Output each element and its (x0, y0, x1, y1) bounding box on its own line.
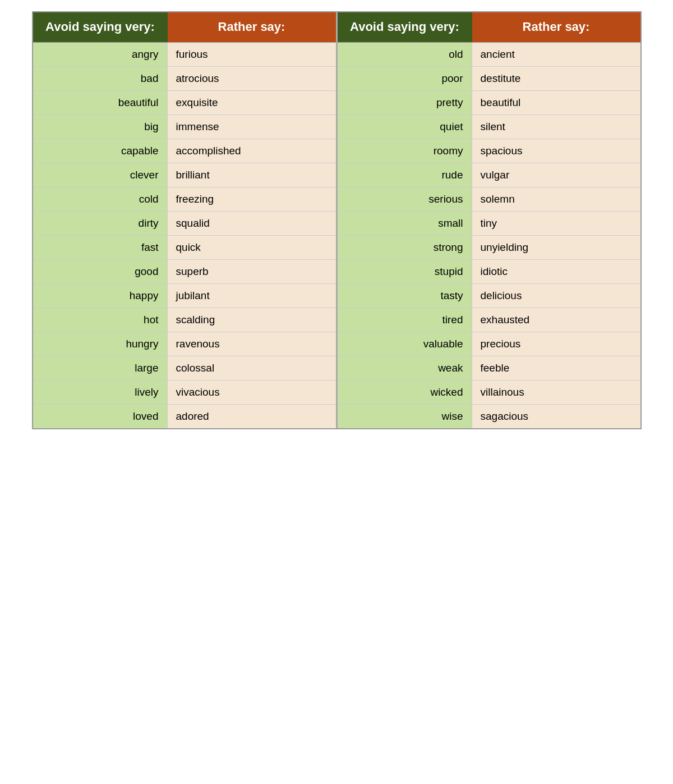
table-row: weak feeble (338, 356, 640, 380)
table-row: happy jubilant (33, 284, 336, 308)
rather-cell: idiotic (472, 260, 640, 283)
table-row: serious solemn (338, 187, 640, 212)
avoid-cell: wicked (338, 380, 472, 404)
rather-cell: atrocious (168, 67, 336, 90)
rather-cell: ravenous (168, 332, 336, 356)
right-header-rather: Rather say: (472, 12, 640, 43)
table-row: bad atrocious (33, 67, 336, 91)
avoid-cell: poor (338, 67, 472, 90)
avoid-cell: rude (338, 163, 472, 187)
avoid-cell: clever (33, 163, 168, 187)
avoid-cell: capable (33, 139, 168, 163)
rather-cell: exhausted (472, 308, 640, 332)
rather-cell: colossal (168, 356, 336, 380)
rather-cell: brilliant (168, 163, 336, 187)
right-table: Avoid saying very: Rather say: old ancie… (338, 12, 640, 428)
avoid-cell: serious (338, 187, 472, 211)
avoid-cell: fast (33, 236, 168, 259)
avoid-cell: beautiful (33, 91, 168, 114)
rather-cell: jubilant (168, 284, 336, 308)
left-header-rather: Rather say: (168, 12, 336, 43)
avoid-cell: dirty (33, 212, 168, 235)
avoid-cell: roomy (338, 139, 472, 163)
rather-cell: adored (168, 405, 336, 428)
rather-cell: accomplished (168, 139, 336, 163)
avoid-cell: stupid (338, 260, 472, 283)
rather-cell: destitute (472, 67, 640, 90)
avoid-cell: wise (338, 405, 472, 428)
table-row: capable accomplished (33, 139, 336, 163)
avoid-cell: old (338, 43, 472, 66)
avoid-cell: tired (338, 308, 472, 332)
avoid-cell: weak (338, 356, 472, 380)
rather-cell: furious (168, 43, 336, 66)
left-table: Avoid saying very: Rather say: angry fur… (33, 12, 338, 428)
rather-cell: villainous (472, 380, 640, 404)
table-row: lively vivacious (33, 380, 336, 405)
avoid-cell: lively (33, 380, 168, 404)
rather-cell: superb (168, 260, 336, 283)
rather-cell: beautiful (472, 91, 640, 114)
avoid-cell: good (33, 260, 168, 283)
rather-cell: tiny (472, 212, 640, 235)
avoid-cell: happy (33, 284, 168, 308)
rather-cell: exquisite (168, 91, 336, 114)
avoid-cell: hot (33, 308, 168, 332)
avoid-cell: bad (33, 67, 168, 90)
rather-cell: freezing (168, 187, 336, 211)
table-row: loved adored (33, 405, 336, 428)
rather-cell: squalid (168, 212, 336, 235)
table-row: hot scalding (33, 308, 336, 332)
left-header-avoid: Avoid saying very: (33, 12, 168, 43)
table-row: roomy spacious (338, 139, 640, 163)
table-row: fast quick (33, 236, 336, 260)
table-row: quiet silent (338, 115, 640, 139)
avoid-cell: angry (33, 43, 168, 66)
table-row: stupid idiotic (338, 260, 640, 284)
table-row: old ancient (338, 43, 640, 67)
table-row: angry furious (33, 43, 336, 67)
table-row: large colossal (33, 356, 336, 380)
tables-wrapper: Avoid saying very: Rather say: angry fur… (32, 11, 642, 429)
rather-cell: unyielding (472, 236, 640, 259)
table-row: valuable precious (338, 332, 640, 356)
right-header-row: Avoid saying very: Rather say: (338, 12, 640, 43)
table-row: hungry ravenous (33, 332, 336, 356)
avoid-cell: small (338, 212, 472, 235)
table-row: wise sagacious (338, 405, 640, 428)
table-row: poor destitute (338, 67, 640, 91)
left-data-rows: angry furious bad atrocious beautiful ex… (33, 43, 336, 428)
right-data-rows: old ancient poor destitute pretty beauti… (338, 43, 640, 428)
rather-cell: delicious (472, 284, 640, 308)
table-row: tired exhausted (338, 308, 640, 332)
rather-cell: ancient (472, 43, 640, 66)
table-row: tasty delicious (338, 284, 640, 308)
right-header-avoid: Avoid saying very: (338, 12, 472, 43)
rather-cell: quick (168, 236, 336, 259)
table-row: big immense (33, 115, 336, 139)
rather-cell: feeble (472, 356, 640, 380)
avoid-cell: cold (33, 187, 168, 211)
avoid-cell: loved (33, 405, 168, 428)
rather-cell: immense (168, 115, 336, 139)
table-row: small tiny (338, 212, 640, 236)
table-row: strong unyielding (338, 236, 640, 260)
table-row: pretty beautiful (338, 91, 640, 115)
avoid-cell: big (33, 115, 168, 139)
avoid-cell: large (33, 356, 168, 380)
table-row: dirty squalid (33, 212, 336, 236)
avoid-cell: hungry (33, 332, 168, 356)
rather-cell: silent (472, 115, 640, 139)
table-row: beautiful exquisite (33, 91, 336, 115)
rather-cell: vivacious (168, 380, 336, 404)
rather-cell: spacious (472, 139, 640, 163)
rather-cell: vulgar (472, 163, 640, 187)
avoid-cell: valuable (338, 332, 472, 356)
table-row: cold freezing (33, 187, 336, 212)
table-row: wicked villainous (338, 380, 640, 405)
rather-cell: sagacious (472, 405, 640, 428)
avoid-cell: quiet (338, 115, 472, 139)
table-row: rude vulgar (338, 163, 640, 187)
rather-cell: precious (472, 332, 640, 356)
avoid-cell: strong (338, 236, 472, 259)
